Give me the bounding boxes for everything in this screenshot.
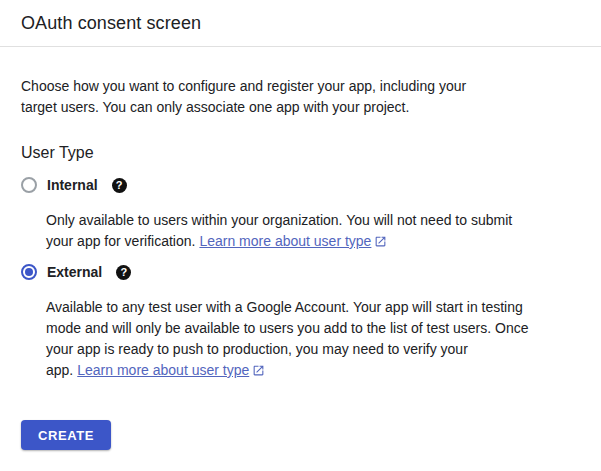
learn-more-link-external[interactable]: Learn more about user type	[77, 362, 249, 378]
radio-label-external[interactable]: External	[47, 264, 102, 280]
page-title: OAuth consent screen	[21, 13, 201, 34]
help-icon[interactable]: ?	[112, 178, 127, 193]
radio-button-internal[interactable]	[21, 177, 37, 193]
learn-more-link-label[interactable]: Learn more about user type	[199, 233, 371, 249]
oauth-consent-page: OAuth consent screen Choose how you want…	[0, 0, 601, 471]
learn-more-link-label[interactable]: Learn more about user type	[77, 362, 249, 378]
external-link-icon	[252, 364, 265, 377]
radio-label-internal[interactable]: Internal	[47, 177, 98, 193]
create-button[interactable]: CREATE	[21, 420, 111, 450]
page-header: OAuth consent screen	[0, 0, 601, 47]
learn-more-link-internal[interactable]: Learn more about user type	[199, 233, 371, 249]
help-icon[interactable]: ?	[116, 265, 131, 280]
external-link-icon	[374, 235, 387, 248]
user-type-heading: User Type	[21, 144, 561, 162]
external-description: Available to any test user with a Google…	[46, 297, 546, 381]
content-area: Choose how you want to configure and reg…	[0, 76, 601, 450]
radio-option-internal[interactable]: Internal ?	[21, 177, 561, 193]
intro-text: Choose how you want to configure and reg…	[21, 76, 503, 118]
radio-button-external[interactable]	[21, 264, 37, 280]
radio-option-external[interactable]: External ?	[21, 264, 561, 280]
internal-description: Only available to users within your orga…	[46, 210, 516, 252]
